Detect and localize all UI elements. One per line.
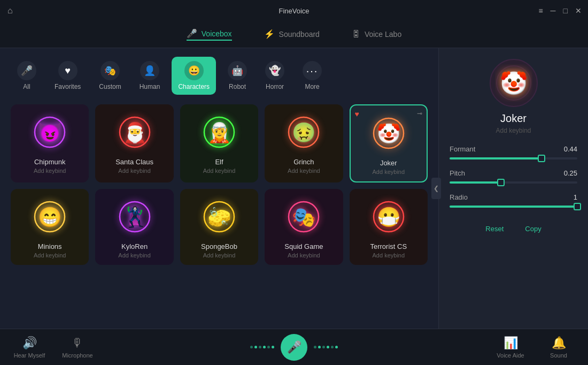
category-custom[interactable]: 🎭 Custom	[92, 57, 127, 95]
dot-2	[254, 346, 257, 348]
voice-aide-item[interactable]: 📊 Voice Aide	[492, 336, 529, 359]
all-icon: 🎤	[17, 61, 36, 80]
sound-label: Sound	[550, 352, 567, 359]
dot-6	[272, 346, 274, 348]
voice-card-chipmunk[interactable]: 😈 Chipmunk Add keybind	[11, 104, 89, 182]
microphone-item[interactable]: 🎙 Microphone	[59, 336, 96, 359]
collapse-button[interactable]: ❮	[431, 178, 441, 199]
category-characters-label: Characters	[178, 83, 210, 90]
pitch-section: Pitch 0.25	[450, 169, 577, 184]
santa-keybind[interactable]: Add keybind	[118, 168, 151, 174]
menu-icon[interactable]: ≡	[538, 6, 543, 15]
maximize-button[interactable]: □	[563, 6, 568, 15]
squid-keybind[interactable]: Add keybind	[288, 252, 320, 258]
category-bar: 🎤 All ♥ Favorites 🎭 Custom 👤 Human 😀 Cha…	[11, 57, 428, 95]
voicelabo-icon: 🎛	[352, 29, 360, 39]
detail-keybind[interactable]: Add keybind	[496, 127, 531, 134]
home-icon[interactable]: ⌂	[7, 6, 13, 16]
formant-thumb[interactable]	[538, 155, 545, 162]
joker-card-name: Joker	[380, 159, 397, 167]
dot-5	[267, 346, 270, 348]
action-row: Reset Copy	[481, 223, 545, 235]
grinch-keybind[interactable]: Add keybind	[288, 168, 320, 174]
dot-7	[314, 346, 316, 348]
right-dots	[314, 346, 338, 348]
bottom-bar: 🔊 Hear Myself 🎙 Microphone 🎤 📊	[0, 329, 588, 365]
voice-card-kylo[interactable]: 🦹 KyloRen Add keybind	[95, 189, 173, 265]
dot-11	[331, 346, 334, 348]
detail-avatar: 🤡	[490, 59, 538, 107]
kylo-keybind[interactable]: Add keybind	[118, 252, 151, 258]
formant-track[interactable]	[450, 157, 577, 159]
bottom-right: 📊 Voice Aide 🔔 Sound	[492, 336, 577, 359]
voice-card-minions[interactable]: 😁 Minions Add keybind	[11, 189, 89, 265]
sound-item[interactable]: 🔔 Sound	[540, 336, 577, 359]
pitch-thumb[interactable]	[497, 179, 505, 186]
chipmunk-name: Chipmunk	[34, 158, 66, 166]
dot-1	[250, 346, 253, 348]
hear-myself-item[interactable]: 🔊 Hear Myself	[11, 336, 48, 359]
hear-myself-icon: 🔊	[22, 336, 37, 350]
svg-text:🦹: 🦹	[122, 206, 146, 229]
voice-card-joker[interactable]: ♥ ⊸ 🤡 Joker Add keybind	[350, 104, 428, 182]
joker-keybind[interactable]: Add keybind	[373, 169, 405, 175]
category-favorites[interactable]: ♥ Favorites	[48, 57, 87, 95]
tab-soundboard-label: Soundboard	[279, 30, 320, 39]
svg-text:🧝: 🧝	[207, 121, 231, 144]
characters-icon: 😀	[184, 61, 204, 80]
category-custom-label: Custom	[99, 83, 121, 90]
sponge-icon: 🧽	[198, 195, 241, 238]
radio-fill	[450, 206, 577, 208]
santa-name: Santa Claus	[115, 158, 153, 166]
sponge-name: SpongeBob	[201, 242, 237, 250]
dot-12	[335, 346, 338, 348]
sponge-keybind[interactable]: Add keybind	[203, 252, 236, 258]
minions-keybind[interactable]: Add keybind	[34, 252, 66, 258]
nav-bar: 🎤 Voicebox ⚡ Soundboard 🎛 Voice Labo	[0, 21, 588, 48]
category-all[interactable]: 🎤 All	[11, 57, 43, 95]
joker-heart-icon: ♥	[355, 110, 359, 118]
svg-text:😈: 😈	[38, 121, 62, 144]
voice-card-squid[interactable]: 🎭 Squid Game Add keybind	[265, 189, 343, 265]
tab-voicelabo[interactable]: 🎛 Voice Labo	[352, 29, 401, 40]
radio-thumb[interactable]	[574, 203, 581, 210]
copy-button[interactable]: Copy	[521, 223, 545, 235]
svg-text:😁: 😁	[38, 206, 62, 229]
minimize-button[interactable]: ─	[551, 6, 556, 15]
category-characters[interactable]: 😀 Characters	[172, 57, 216, 95]
svg-text:🎅: 🎅	[122, 121, 146, 144]
terrorist-icon: 😷	[367, 195, 410, 238]
bottom-center: 🎤	[250, 334, 338, 361]
reset-button[interactable]: Reset	[481, 223, 508, 235]
category-more[interactable]: ··· More	[296, 57, 328, 95]
category-human[interactable]: 👤 Human	[133, 57, 167, 95]
category-robot[interactable]: 🤖 Robot	[221, 57, 253, 95]
horror-icon: 👻	[265, 61, 284, 80]
voice-card-grinch[interactable]: 🤢 Grinch Add keybind	[265, 104, 343, 182]
elf-keybind[interactable]: Add keybind	[203, 168, 236, 174]
voice-card-terrorist[interactable]: 😷 Terrorist CS Add keybind	[350, 189, 428, 265]
voice-card-elf[interactable]: 🧝 Elf Add keybind	[180, 104, 258, 182]
category-favorites-label: Favorites	[55, 83, 81, 90]
category-human-label: Human	[140, 83, 160, 90]
main-mic-button[interactable]: 🎤	[281, 334, 307, 361]
voice-card-sponge[interactable]: 🧽 SpongeBob Add keybind	[180, 189, 258, 265]
close-button[interactable]: ✕	[575, 6, 582, 15]
elf-icon: 🧝	[198, 111, 241, 154]
svg-text:🧽: 🧽	[207, 206, 231, 229]
human-icon: 👤	[140, 61, 159, 80]
microphone-icon: 🎙	[72, 336, 83, 350]
voice-card-santa[interactable]: 🎅 Santa Claus Add keybind	[95, 104, 173, 182]
terrorist-keybind[interactable]: Add keybind	[373, 252, 405, 258]
detail-name: Joker	[500, 112, 527, 125]
svg-text:🤡: 🤡	[500, 70, 528, 97]
tab-soundboard[interactable]: ⚡ Soundboard	[264, 29, 320, 40]
radio-track[interactable]	[450, 206, 577, 208]
category-robot-label: Robot	[229, 83, 246, 90]
chipmunk-keybind[interactable]: Add keybind	[34, 168, 66, 174]
pitch-track[interactable]	[450, 181, 577, 184]
category-horror[interactable]: 👻 Horror	[259, 57, 291, 95]
tab-voicebox[interactable]: 🎤 Voicebox	[187, 28, 232, 41]
joker-card-icon: 🤡	[367, 112, 410, 155]
voice-grid: 😈 Chipmunk Add keybind 🎅 Santa Claus Add…	[11, 104, 428, 265]
